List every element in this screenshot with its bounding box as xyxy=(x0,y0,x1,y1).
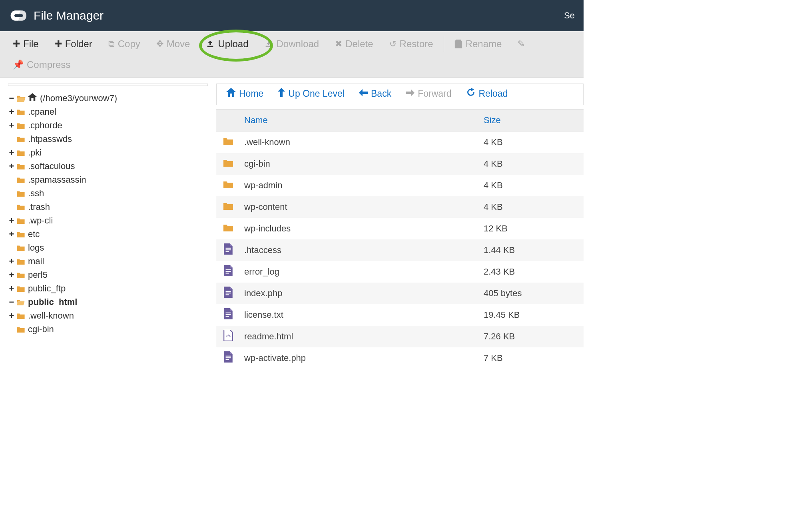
folder-icon xyxy=(17,163,25,169)
expand-icon[interactable]: + xyxy=(8,107,15,117)
header-right-text: Se xyxy=(564,10,575,21)
nav-home[interactable]: Home xyxy=(226,88,263,99)
tree-item[interactable]: +public_ftp xyxy=(8,283,212,294)
expand-icon[interactable]: + xyxy=(8,229,15,239)
expand-icon[interactable]: + xyxy=(8,147,15,158)
svg-rect-11 xyxy=(226,313,231,313)
expand-icon[interactable]: + xyxy=(8,120,15,131)
svg-rect-7 xyxy=(226,273,229,273)
tree-item[interactable]: +.softaculous xyxy=(8,161,212,171)
collapse-icon[interactable]: − xyxy=(8,93,15,104)
folder-icon xyxy=(17,217,25,224)
tree-item[interactable]: +.cpanel xyxy=(8,107,212,117)
tree-item[interactable]: +.pki xyxy=(8,147,212,158)
table-row[interactable]: license.txt19.45 KB xyxy=(216,304,584,326)
download-button[interactable]: Download xyxy=(256,34,327,54)
nav-back-label: Back xyxy=(371,88,391,99)
tree-root[interactable]: − (/home3/yourwow7) xyxy=(8,93,212,104)
file-button[interactable]: ✚ File xyxy=(5,34,47,54)
tree-item-label: logs xyxy=(28,243,44,253)
file-icon: </> xyxy=(216,326,240,347)
table-row[interactable]: cgi-bin4 KB xyxy=(216,153,584,175)
nav-back[interactable]: Back xyxy=(359,88,391,99)
rename-button[interactable]: Rename xyxy=(446,34,510,54)
file-name: .well-known xyxy=(240,132,480,153)
column-name[interactable]: Name xyxy=(240,110,480,132)
move-button[interactable]: ✥ Move xyxy=(148,34,198,54)
svg-text:</>: </> xyxy=(226,334,231,338)
table-row[interactable]: wp-activate.php7 KB xyxy=(216,347,584,369)
table-row[interactable]: error_log2.43 KB xyxy=(216,261,584,283)
folder-icon xyxy=(17,245,25,251)
upload-button[interactable]: Upload xyxy=(198,34,256,54)
tree-item[interactable]: +.spamassassin xyxy=(8,175,212,185)
file-size: 4 KB xyxy=(480,196,584,218)
tree-item[interactable]: +.trash xyxy=(8,202,212,212)
tree-item[interactable]: +.htpasswds xyxy=(8,134,212,144)
copy-button[interactable]: ⧉ Copy xyxy=(100,34,148,54)
file-size: 12 KB xyxy=(480,218,584,239)
svg-rect-15 xyxy=(226,356,231,357)
expand-icon[interactable]: + xyxy=(8,283,15,294)
table-row[interactable]: wp-includes12 KB xyxy=(216,218,584,239)
compress-button[interactable]: 📌 Compress xyxy=(5,54,78,75)
content-pane: Home Up One Level Back Forward xyxy=(216,78,584,369)
move-icon: ✥ xyxy=(156,39,163,49)
tree-item[interactable]: +.wp-cli xyxy=(8,215,212,226)
tree-item[interactable]: +mail xyxy=(8,256,212,267)
folder-button[interactable]: ✚ Folder xyxy=(47,34,100,54)
table-row[interactable]: index.php405 bytes xyxy=(216,283,584,304)
table-row[interactable]: wp-admin4 KB xyxy=(216,175,584,196)
tree-item-label: public_html xyxy=(28,297,77,307)
folder-open-icon xyxy=(17,95,26,102)
arrow-left-icon xyxy=(359,88,368,99)
expand-icon[interactable]: + xyxy=(8,311,15,321)
tree-item[interactable]: +.ssh xyxy=(8,188,212,199)
folder-icon xyxy=(17,177,25,183)
expand-icon[interactable]: + xyxy=(8,270,15,280)
nav-reload-label: Reload xyxy=(479,88,508,99)
tree-item[interactable]: +.well-known xyxy=(8,311,212,321)
table-row[interactable]: .htaccess1.44 KB xyxy=(216,239,584,261)
expand-icon[interactable]: + xyxy=(8,215,15,226)
folder-icon xyxy=(17,313,25,319)
restore-button[interactable]: ↺ Restore xyxy=(381,34,441,54)
column-size[interactable]: Size xyxy=(480,110,584,132)
delete-button[interactable]: ✖ Delete xyxy=(327,34,381,54)
nav-bar: Home Up One Level Back Forward xyxy=(216,84,584,105)
nav-reload[interactable]: Reload xyxy=(466,88,508,99)
table-row[interactable]: wp-content4 KB xyxy=(216,196,584,218)
tree-item[interactable]: +.cphorde xyxy=(8,120,212,131)
main-toolbar: ✚ File ✚ Folder ⧉ Copy ✥ Move Upload Dow… xyxy=(0,31,584,78)
rename-button-label: Rename xyxy=(466,38,502,50)
file-size: 1.44 KB xyxy=(480,239,584,261)
folder-icon xyxy=(216,218,240,239)
tree-item[interactable]: +perl5 xyxy=(8,270,212,280)
folder-icon xyxy=(17,231,25,237)
nav-forward[interactable]: Forward xyxy=(406,88,451,99)
tree-item[interactable]: +logs xyxy=(8,243,212,253)
tree-item[interactable]: +cgi-bin xyxy=(8,324,212,335)
tree-item-label: perl5 xyxy=(28,270,48,280)
table-row[interactable]: </>readme.html7.26 KB xyxy=(216,326,584,347)
table-row[interactable]: .well-known4 KB xyxy=(216,132,584,153)
app-title: File Manager xyxy=(34,9,104,22)
move-button-label: Move xyxy=(167,38,190,50)
tree-item-label: .spamassassin xyxy=(28,175,86,185)
expand-icon[interactable]: + xyxy=(8,161,15,171)
file-name: license.txt xyxy=(240,304,480,326)
svg-rect-9 xyxy=(226,293,231,293)
tree-item[interactable]: +etc xyxy=(8,229,212,239)
nav-up[interactable]: Up One Level xyxy=(278,88,345,99)
tree-item[interactable]: −public_html xyxy=(8,297,212,307)
tree-item-label: .cpanel xyxy=(28,107,56,117)
tree-item-label: .htpasswds xyxy=(28,134,72,144)
app-header: File Manager Se xyxy=(0,0,584,31)
nav-up-label: Up One Level xyxy=(288,88,345,99)
collapse-icon[interactable]: − xyxy=(8,297,15,307)
expand-icon[interactable]: + xyxy=(8,256,15,267)
rename-icon xyxy=(454,40,462,48)
upload-icon xyxy=(206,40,215,48)
upload-button-label: Upload xyxy=(218,38,248,50)
edit-button[interactable]: ✎ xyxy=(510,34,533,54)
